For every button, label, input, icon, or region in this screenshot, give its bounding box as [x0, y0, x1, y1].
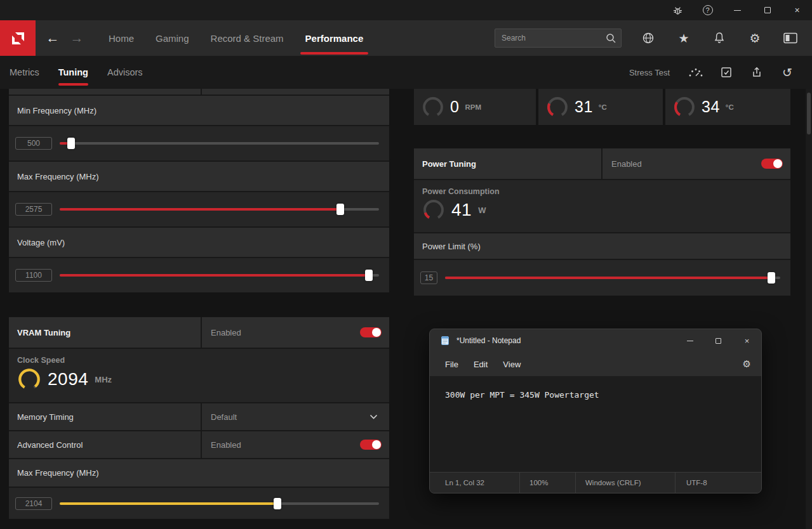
vram-state-label: Enabled — [211, 328, 241, 337]
search-input[interactable] — [495, 29, 621, 47]
power-limit-input[interactable] — [420, 271, 437, 284]
power-consumption-value: 41 — [451, 200, 472, 220]
reset-defaults-icon[interactable]: ↺ — [775, 61, 799, 84]
memory-timing-row: Memory Timing Default — [9, 402, 389, 430]
junction-temperature-metric: 34 °C — [665, 89, 790, 125]
export-profile-icon[interactable] — [745, 61, 769, 84]
notepad-menu-view[interactable]: View — [495, 356, 528, 372]
min-frequency-input[interactable] — [15, 137, 52, 150]
encoding-status: UTF-8 — [676, 473, 761, 493]
slider-handle[interactable] — [67, 138, 75, 149]
overlay-panel-icon[interactable] — [773, 20, 808, 56]
max-frequency-input[interactable] — [15, 203, 52, 216]
notepad-icon — [440, 336, 450, 346]
help-icon[interactable]: ? — [693, 0, 722, 20]
fan-speed-unit: RPM — [465, 103, 481, 111]
tab-metrics[interactable]: Metrics — [10, 56, 39, 89]
stress-test-icon[interactable] — [684, 61, 708, 84]
clock-speed-gauge — [17, 367, 41, 391]
voltage-input[interactable] — [15, 269, 52, 282]
nav-home[interactable]: Home — [98, 20, 145, 56]
slider-handle[interactable] — [336, 204, 344, 215]
stress-test-label[interactable]: Stress Test — [629, 68, 670, 77]
notepad-menu-file[interactable]: File — [437, 356, 466, 372]
scrollbar-thumb[interactable] — [807, 93, 811, 134]
voltage-row — [9, 257, 389, 292]
clock-speed-value: 2094 — [48, 369, 88, 389]
slider-fill — [60, 208, 343, 211]
notepad-menu-edit[interactable]: Edit — [466, 356, 495, 372]
vram-tuning-toggle[interactable] — [360, 327, 382, 337]
notepad-maximize-button[interactable] — [704, 329, 733, 352]
slider-fill — [60, 502, 279, 505]
page-scrollbar[interactable] — [806, 89, 812, 529]
import-profile-icon[interactable] — [714, 61, 738, 84]
vram-tuning-header: VRAM Tuning Enabled — [9, 317, 389, 348]
favorites-star-icon[interactable]: ★ — [666, 20, 702, 56]
vram-max-frequency-input[interactable] — [15, 497, 52, 510]
slider-handle[interactable] — [365, 270, 373, 281]
line-ending-status: Windows (CRLF) — [576, 473, 676, 493]
voltage-slider[interactable] — [60, 269, 379, 282]
min-frequency-slider[interactable] — [60, 137, 379, 150]
vram-max-frequency-slider[interactable] — [60, 497, 379, 510]
advanced-control-toggle[interactable] — [360, 440, 382, 450]
subnav-actions: Stress Test ↺ — [629, 61, 812, 84]
notepad-text-area[interactable]: 300W per MPT = 345W Powertarget — [430, 376, 761, 472]
amd-arrow-icon — [10, 30, 26, 46]
browser-globe-icon[interactable] — [630, 20, 666, 56]
amd-logo[interactable] — [0, 20, 36, 56]
search-icon[interactable] — [606, 33, 616, 44]
slider-fill — [60, 142, 68, 145]
advanced-control-label: Advanced Control — [9, 431, 201, 458]
power-consumption-section: Power Consumption 41 W — [414, 179, 790, 232]
power-limit-slider[interactable] — [445, 271, 780, 284]
settings-gear-icon[interactable]: ⚙ — [737, 20, 773, 56]
vram-clock-speed-section: Clock Speed 2094 MHz — [9, 348, 389, 402]
temperature-gauge — [546, 96, 569, 119]
tab-tuning[interactable]: Tuning — [58, 56, 88, 89]
slider-handle[interactable] — [768, 272, 775, 284]
max-frequency-row — [9, 191, 389, 226]
nav-record-stream[interactable]: Record & Stream — [200, 20, 295, 56]
back-button[interactable]: ← — [41, 20, 65, 56]
maximize-button[interactable] — [752, 0, 782, 20]
clock-speed-label: Clock Speed — [17, 356, 389, 365]
slider-fill — [445, 277, 775, 279]
power-consumption-label: Power Consumption — [422, 187, 790, 196]
power-consumption-gauge — [422, 199, 445, 221]
slider-handle[interactable] — [274, 498, 281, 509]
power-tuning-toggle[interactable] — [761, 159, 783, 169]
nav-performance[interactable]: Performance — [295, 20, 375, 56]
notepad-minimize-button[interactable] — [676, 329, 704, 352]
chevron-down-icon[interactable] — [369, 414, 378, 420]
navbar-icons: ★ ⚙ — [630, 20, 808, 56]
power-tuning-title: Power Tuning — [414, 148, 601, 179]
slider-track[interactable] — [60, 142, 379, 145]
advanced-control-state: Enabled — [211, 440, 241, 450]
clock-speed-unit: MHz — [95, 375, 112, 384]
notepad-close-button[interactable]: × — [733, 329, 761, 352]
notepad-titlebar[interactable]: *Untitled - Notepad × — [430, 329, 761, 352]
nav-gaming[interactable]: Gaming — [145, 20, 200, 56]
search-box[interactable] — [495, 29, 622, 48]
temperature-unit: °C — [599, 103, 607, 111]
close-button[interactable]: × — [782, 0, 812, 20]
min-frequency-label: Min Frequency (MHz) — [9, 95, 389, 125]
power-state-label: Enabled — [611, 159, 642, 169]
temperature-value: 31 — [575, 98, 593, 116]
notifications-bell-icon[interactable] — [702, 20, 737, 56]
titlebar-buttons: ? × — [663, 0, 812, 20]
notepad-settings-gear-icon[interactable]: ⚙ — [743, 358, 751, 370]
minimize-button[interactable] — [722, 0, 752, 20]
junction-temperature-value: 34 — [702, 98, 720, 116]
tab-advisors[interactable]: Advisors — [107, 56, 143, 89]
junction-temperature-unit: °C — [726, 103, 734, 111]
voltage-label: Voltage (mV) — [9, 226, 389, 257]
forward-button[interactable]: → — [65, 20, 89, 56]
junction-temperature-gauge — [673, 96, 696, 119]
bug-report-icon[interactable] — [663, 0, 693, 20]
max-frequency-slider[interactable] — [60, 203, 379, 216]
memory-timing-select[interactable]: Default — [201, 403, 389, 430]
cursor-position-status: Ln 1, Col 32 — [430, 473, 520, 493]
